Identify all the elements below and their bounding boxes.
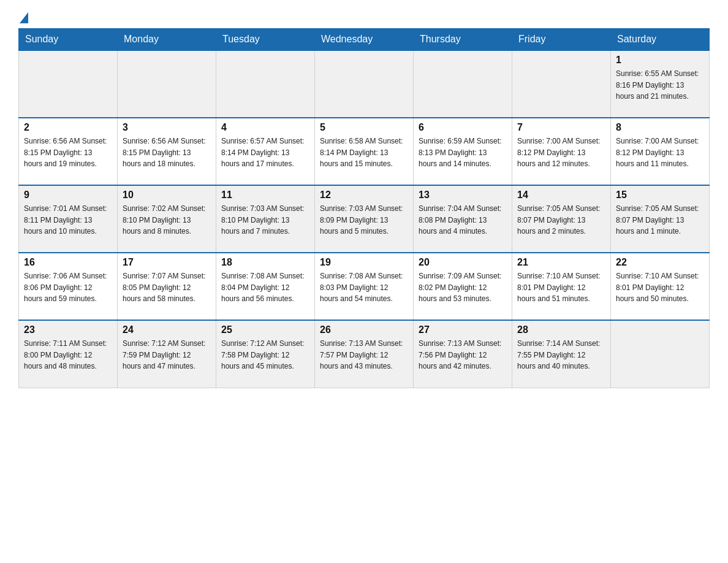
day-number: 26 — [320, 324, 408, 335]
calendar-cell — [118, 50, 216, 118]
day-number: 1 — [616, 55, 704, 66]
day-info: Sunrise: 6:55 AM Sunset: 8:16 PM Dayligh… — [616, 68, 704, 102]
calendar-cell: 8Sunrise: 7:00 AM Sunset: 8:12 PM Daylig… — [611, 118, 710, 185]
weekday-header-sunday: Sunday — [19, 29, 118, 51]
weekday-header-monday: Monday — [118, 29, 216, 51]
calendar-cell: 26Sunrise: 7:13 AM Sunset: 7:57 PM Dayli… — [315, 320, 414, 388]
day-info: Sunrise: 6:56 AM Sunset: 8:15 PM Dayligh… — [123, 136, 211, 170]
calendar-cell — [19, 50, 118, 118]
day-number: 22 — [616, 257, 704, 268]
calendar-table: SundayMondayTuesdayWednesdayThursdayFrid… — [18, 28, 710, 388]
day-number: 28 — [517, 324, 605, 335]
day-info: Sunrise: 7:11 AM Sunset: 8:00 PM Dayligh… — [24, 338, 112, 372]
day-info: Sunrise: 7:08 AM Sunset: 8:04 PM Dayligh… — [221, 270, 309, 305]
calendar-cell: 28Sunrise: 7:14 AM Sunset: 7:55 PM Dayli… — [512, 320, 611, 388]
day-info: Sunrise: 7:05 AM Sunset: 8:07 PM Dayligh… — [616, 203, 704, 237]
calendar-cell: 14Sunrise: 7:05 AM Sunset: 8:07 PM Dayli… — [512, 185, 611, 253]
calendar-cell: 25Sunrise: 7:12 AM Sunset: 7:58 PM Dayli… — [216, 320, 315, 388]
weekday-header-wednesday: Wednesday — [315, 29, 414, 51]
calendar-cell: 5Sunrise: 6:58 AM Sunset: 8:14 PM Daylig… — [315, 118, 414, 185]
day-number: 10 — [123, 190, 211, 201]
calendar-cell: 9Sunrise: 7:01 AM Sunset: 8:11 PM Daylig… — [19, 185, 118, 253]
weekday-header-row: SundayMondayTuesdayWednesdayThursdayFrid… — [19, 29, 710, 51]
day-number: 6 — [419, 122, 507, 133]
day-info: Sunrise: 7:14 AM Sunset: 7:55 PM Dayligh… — [517, 338, 605, 372]
day-number: 14 — [517, 190, 605, 201]
weekday-header-thursday: Thursday — [414, 29, 512, 51]
calendar-cell: 16Sunrise: 7:06 AM Sunset: 8:06 PM Dayli… — [19, 253, 118, 320]
day-info: Sunrise: 7:09 AM Sunset: 8:02 PM Dayligh… — [419, 270, 507, 305]
day-info: Sunrise: 7:03 AM Sunset: 8:10 PM Dayligh… — [221, 203, 309, 237]
day-number: 2 — [24, 122, 112, 133]
calendar-week-row: 1Sunrise: 6:55 AM Sunset: 8:16 PM Daylig… — [19, 50, 710, 118]
logo-triangle-icon — [20, 12, 28, 23]
day-info: Sunrise: 7:01 AM Sunset: 8:11 PM Dayligh… — [24, 203, 112, 237]
weekday-header-saturday: Saturday — [611, 29, 710, 51]
calendar-week-row: 2Sunrise: 6:56 AM Sunset: 8:15 PM Daylig… — [19, 118, 710, 185]
calendar-cell: 2Sunrise: 6:56 AM Sunset: 8:15 PM Daylig… — [19, 118, 118, 185]
day-info: Sunrise: 7:10 AM Sunset: 8:01 PM Dayligh… — [616, 270, 704, 305]
day-info: Sunrise: 7:02 AM Sunset: 8:10 PM Dayligh… — [123, 203, 211, 237]
calendar-cell: 21Sunrise: 7:10 AM Sunset: 8:01 PM Dayli… — [512, 253, 611, 320]
day-number: 8 — [616, 122, 704, 133]
day-number: 25 — [221, 324, 309, 335]
calendar-cell: 18Sunrise: 7:08 AM Sunset: 8:04 PM Dayli… — [216, 253, 315, 320]
day-info: Sunrise: 7:07 AM Sunset: 8:05 PM Dayligh… — [123, 270, 211, 305]
day-number: 15 — [616, 190, 704, 201]
calendar-cell: 3Sunrise: 6:56 AM Sunset: 8:15 PM Daylig… — [118, 118, 216, 185]
day-number: 12 — [320, 190, 408, 201]
logo — [18, 12, 28, 22]
calendar-cell: 27Sunrise: 7:13 AM Sunset: 7:56 PM Dayli… — [414, 320, 512, 388]
day-number: 5 — [320, 122, 408, 133]
day-number: 17 — [123, 257, 211, 268]
calendar-cell: 1Sunrise: 6:55 AM Sunset: 8:16 PM Daylig… — [611, 50, 710, 118]
calendar-week-row: 9Sunrise: 7:01 AM Sunset: 8:11 PM Daylig… — [19, 185, 710, 253]
calendar-cell: 10Sunrise: 7:02 AM Sunset: 8:10 PM Dayli… — [118, 185, 216, 253]
day-info: Sunrise: 6:56 AM Sunset: 8:15 PM Dayligh… — [24, 136, 112, 170]
calendar-cell: 15Sunrise: 7:05 AM Sunset: 8:07 PM Dayli… — [611, 185, 710, 253]
day-info: Sunrise: 7:12 AM Sunset: 7:59 PM Dayligh… — [123, 338, 211, 372]
calendar-cell — [512, 50, 611, 118]
calendar-cell — [611, 320, 710, 388]
calendar-cell: 24Sunrise: 7:12 AM Sunset: 7:59 PM Dayli… — [118, 320, 216, 388]
day-number: 16 — [24, 257, 112, 268]
calendar-cell: 22Sunrise: 7:10 AM Sunset: 8:01 PM Dayli… — [611, 253, 710, 320]
day-info: Sunrise: 7:06 AM Sunset: 8:06 PM Dayligh… — [24, 270, 112, 305]
calendar-cell: 23Sunrise: 7:11 AM Sunset: 8:00 PM Dayli… — [19, 320, 118, 388]
calendar-cell: 7Sunrise: 7:00 AM Sunset: 8:12 PM Daylig… — [512, 118, 611, 185]
day-number: 27 — [419, 324, 507, 335]
day-info: Sunrise: 6:58 AM Sunset: 8:14 PM Dayligh… — [320, 136, 408, 170]
day-number: 3 — [123, 122, 211, 133]
day-info: Sunrise: 6:59 AM Sunset: 8:13 PM Dayligh… — [419, 136, 507, 170]
calendar-header: SundayMondayTuesdayWednesdayThursdayFrid… — [19, 29, 710, 51]
calendar-cell — [216, 50, 315, 118]
weekday-header-friday: Friday — [512, 29, 611, 51]
day-number: 13 — [419, 190, 507, 201]
day-info: Sunrise: 7:05 AM Sunset: 8:07 PM Dayligh… — [517, 203, 605, 237]
day-info: Sunrise: 7:10 AM Sunset: 8:01 PM Dayligh… — [517, 270, 605, 305]
calendar-cell: 13Sunrise: 7:04 AM Sunset: 8:08 PM Dayli… — [414, 185, 512, 253]
calendar-body: 1Sunrise: 6:55 AM Sunset: 8:16 PM Daylig… — [19, 50, 710, 388]
calendar-cell: 11Sunrise: 7:03 AM Sunset: 8:10 PM Dayli… — [216, 185, 315, 253]
calendar-cell — [414, 50, 512, 118]
calendar-cell: 4Sunrise: 6:57 AM Sunset: 8:14 PM Daylig… — [216, 118, 315, 185]
day-info: Sunrise: 7:00 AM Sunset: 8:12 PM Dayligh… — [616, 136, 704, 170]
calendar-cell: 20Sunrise: 7:09 AM Sunset: 8:02 PM Dayli… — [414, 253, 512, 320]
day-number: 9 — [24, 190, 112, 201]
day-info: Sunrise: 7:13 AM Sunset: 7:56 PM Dayligh… — [419, 338, 507, 372]
day-number: 18 — [221, 257, 309, 268]
calendar-cell: 17Sunrise: 7:07 AM Sunset: 8:05 PM Dayli… — [118, 253, 216, 320]
day-number: 4 — [221, 122, 309, 133]
day-number: 11 — [221, 190, 309, 201]
weekday-header-tuesday: Tuesday — [216, 29, 315, 51]
page-header — [18, 12, 710, 22]
day-number: 21 — [517, 257, 605, 268]
calendar-cell: 12Sunrise: 7:03 AM Sunset: 8:09 PM Dayli… — [315, 185, 414, 253]
calendar-week-row: 23Sunrise: 7:11 AM Sunset: 8:00 PM Dayli… — [19, 320, 710, 388]
calendar-cell: 19Sunrise: 7:08 AM Sunset: 8:03 PM Dayli… — [315, 253, 414, 320]
day-info: Sunrise: 7:03 AM Sunset: 8:09 PM Dayligh… — [320, 203, 408, 237]
day-info: Sunrise: 7:00 AM Sunset: 8:12 PM Dayligh… — [517, 136, 605, 170]
day-info: Sunrise: 7:08 AM Sunset: 8:03 PM Dayligh… — [320, 270, 408, 305]
calendar-cell — [315, 50, 414, 118]
day-info: Sunrise: 7:04 AM Sunset: 8:08 PM Dayligh… — [419, 203, 507, 237]
